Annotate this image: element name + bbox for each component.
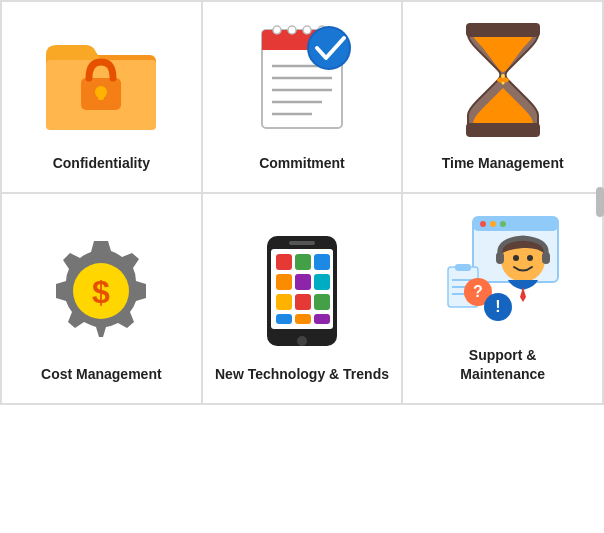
cost-management-icon: $ [41, 231, 161, 351]
cell-confidentiality: Confidentiality [1, 1, 202, 193]
support-maintenance-label: Support & Maintenance [460, 346, 545, 385]
svg-rect-32 [314, 254, 330, 270]
svg-point-9 [288, 26, 296, 34]
scrollbar[interactable] [596, 187, 604, 217]
cell-cost-management: $ Cost Management [1, 193, 202, 404]
svg-point-45 [490, 221, 496, 227]
svg-rect-38 [314, 294, 330, 310]
time-management-label: Time Management [442, 154, 564, 174]
svg-rect-33 [276, 274, 292, 290]
commitment-label: Commitment [259, 154, 345, 174]
svg-text:$: $ [92, 274, 110, 310]
svg-rect-20 [466, 23, 540, 37]
svg-text:?: ? [473, 283, 483, 300]
cell-support-maintenance: ? ! Support & Maintenance [402, 193, 603, 404]
features-grid: Confidentiality [0, 0, 604, 405]
support-maintenance-icon: ? ! [443, 212, 563, 332]
time-management-icon [443, 20, 563, 140]
svg-rect-51 [496, 252, 504, 264]
svg-rect-41 [314, 314, 330, 324]
svg-rect-30 [276, 254, 292, 270]
svg-rect-4 [98, 92, 104, 100]
svg-rect-31 [295, 254, 311, 270]
svg-point-22 [501, 74, 505, 78]
svg-rect-35 [314, 274, 330, 290]
cell-time-management: Time Management [402, 1, 603, 193]
svg-rect-29 [289, 241, 315, 245]
svg-point-23 [501, 82, 504, 85]
svg-point-49 [527, 255, 533, 261]
confidentiality-label: Confidentiality [53, 154, 150, 174]
svg-rect-34 [295, 274, 311, 290]
svg-point-46 [500, 221, 506, 227]
commitment-icon [242, 20, 362, 140]
cell-commitment: Commitment [202, 1, 403, 193]
new-technology-icon [242, 231, 362, 351]
svg-rect-54 [455, 264, 471, 271]
svg-point-48 [513, 255, 519, 261]
svg-rect-21 [466, 123, 540, 137]
svg-point-44 [480, 221, 486, 227]
grid-wrapper: Confidentiality [0, 0, 604, 405]
svg-point-10 [303, 26, 311, 34]
svg-point-28 [297, 336, 307, 346]
new-technology-label: New Technology & Trends [215, 365, 389, 385]
svg-text:!: ! [495, 298, 500, 315]
svg-rect-40 [295, 314, 311, 324]
confidentiality-icon [41, 20, 161, 140]
svg-rect-36 [276, 294, 292, 310]
svg-rect-37 [295, 294, 311, 310]
svg-rect-39 [276, 314, 292, 324]
svg-rect-52 [542, 252, 550, 264]
cost-management-label: Cost Management [41, 365, 162, 385]
cell-new-technology: New Technology & Trends [202, 193, 403, 404]
svg-point-8 [273, 26, 281, 34]
